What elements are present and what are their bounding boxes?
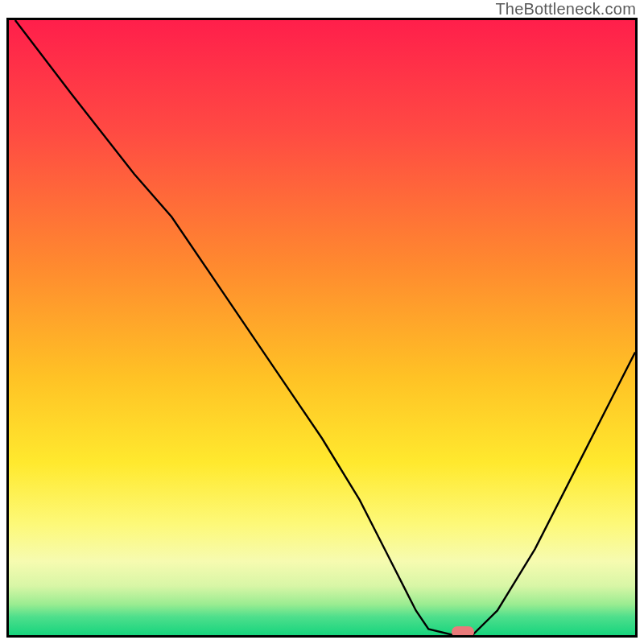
watermark-text: TheBottleneck.com <box>495 0 636 19</box>
chart-stage: TheBottleneck.com <box>0 0 644 644</box>
bottleneck-curve <box>15 20 635 635</box>
optimum-marker <box>452 626 474 638</box>
curve-layer <box>9 20 635 635</box>
plot-frame <box>6 18 638 638</box>
